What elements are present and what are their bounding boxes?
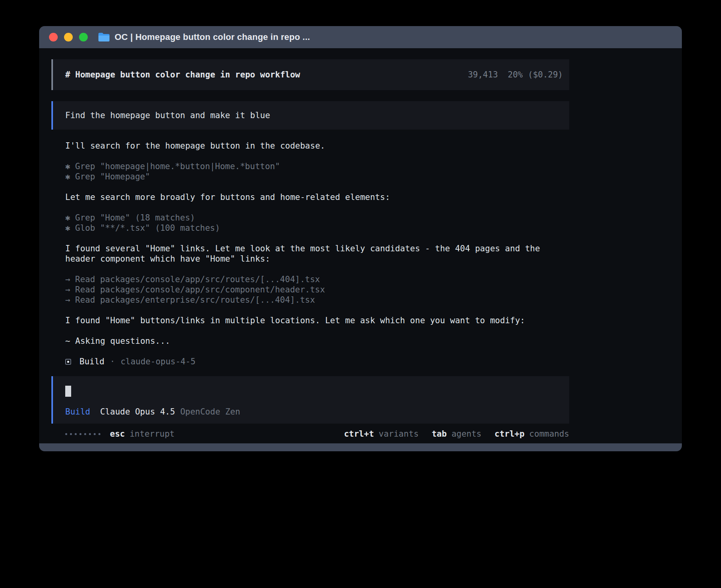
tool-glob-icon: ✱ [65, 223, 75, 233]
tool-read-arrow-icon: → [65, 295, 75, 305]
model-status-line: BuildClaude Opus 4.5OpenCode Zen [65, 407, 563, 417]
prompt-editor[interactable]: BuildClaude Opus 4.5OpenCode Zen [51, 376, 569, 424]
prompt-input-line[interactable] [65, 386, 563, 397]
terminal-window: OC | Homepage button color change in rep… [39, 26, 682, 451]
tool-grep-icon: ✱ [65, 172, 75, 182]
tool-read-arrow-icon: → [65, 274, 75, 285]
folder-icon [98, 32, 110, 42]
shortcut-commands: ctrl+pcommands [495, 429, 569, 439]
agent-model: claude-opus-4-5 [121, 356, 196, 367]
tool-call-line: →Read packages/console/app/src/routes/[.… [65, 274, 569, 285]
session-cost: ($0.29) [528, 70, 563, 79]
tool-call-group: ✱Grep "Home" (18 matches) ✱Glob "**/*.ts… [51, 213, 569, 233]
tool-call-group: →Read packages/console/app/src/routes/[.… [51, 274, 569, 305]
tool-call-text: Read packages/console/app/src/routes/[..… [75, 275, 320, 284]
assistant-text: I found "Home" buttons/links in multiple… [51, 315, 569, 326]
token-count: 39,413 [468, 70, 498, 79]
tool-call-text: Grep "homepage|home.*button|Home.*button… [75, 162, 280, 171]
assistant-text: I found several "Home" links. Let me loo… [51, 243, 569, 264]
progress-dots [65, 433, 103, 435]
titlebar: OC | Homepage button color change in rep… [39, 26, 682, 48]
user-message-text: Find the homepage button and make it blu… [65, 111, 270, 120]
user-message-block: Find the homepage button and make it blu… [51, 101, 569, 130]
shortcut-agents: tabagents [432, 429, 481, 439]
editor-model-label: Claude Opus 4.5 [100, 407, 175, 416]
context-percent: 20% [508, 70, 523, 79]
tool-call-group: ✱Grep "homepage|home.*button|Home.*butto… [51, 161, 569, 182]
session-title: # Homepage button color change in repo w… [65, 70, 300, 80]
separator-dot: · [110, 356, 115, 367]
agent-name: Build [79, 356, 104, 367]
tool-call-text: Read packages/console/app/src/component/… [75, 285, 325, 294]
window-controls [49, 33, 94, 41]
tool-call-text: Grep "Home" (18 matches) [75, 213, 195, 222]
tool-read-arrow-icon: → [65, 285, 75, 295]
status-bar: esc interrupt ctrl+tvariants tabagents c… [51, 429, 569, 439]
tool-call-line: ✱Grep "Homepage" [65, 172, 569, 182]
session-header-block: # Homepage button color change in repo w… [51, 59, 569, 90]
assistant-text: Let me search more broadly for buttons a… [51, 192, 569, 202]
close-button[interactable] [49, 33, 58, 41]
agent-status-line: Build · claude-opus-4-5 [51, 356, 569, 367]
esc-key-label: interrupt [130, 429, 175, 439]
text-cursor [65, 386, 71, 397]
assistant-status-text: ~ Asking questions... [51, 336, 569, 346]
minimize-button[interactable] [64, 33, 73, 41]
shortcut-variants: ctrl+tvariants [344, 429, 419, 439]
window-bottom-chrome [39, 443, 682, 451]
tool-call-line: →Read packages/enterprise/src/routes/[..… [65, 295, 569, 305]
terminal-content: # Homepage button color change in repo w… [39, 48, 682, 443]
tool-call-text: Grep "Homepage" [75, 172, 150, 181]
esc-key-hint: esc [110, 429, 125, 439]
tool-call-text: Glob "**/*.tsx" (100 matches) [75, 223, 220, 233]
tool-grep-icon: ✱ [65, 161, 75, 172]
tool-call-line: →Read packages/console/app/src/component… [65, 285, 569, 295]
session-stats: 39,41320%($0.29) [468, 70, 563, 80]
tool-call-line: ✱Glob "**/*.tsx" (100 matches) [65, 223, 569, 233]
window-title: OC | Homepage button color change in rep… [115, 32, 310, 42]
tool-call-text: Read packages/enterprise/src/routes/[...… [75, 295, 315, 305]
editor-provider-label: OpenCode Zen [180, 407, 240, 416]
tool-call-line: ✱Grep "homepage|home.*button|Home.*butto… [65, 161, 569, 172]
editor-agent-label: Build [65, 407, 90, 416]
agent-badge-icon [65, 359, 71, 365]
tool-call-line: ✱Grep "Home" (18 matches) [65, 213, 569, 223]
zoom-button[interactable] [79, 33, 88, 41]
assistant-text: I'll search for the homepage button in t… [51, 141, 569, 151]
tool-grep-icon: ✱ [65, 213, 75, 223]
